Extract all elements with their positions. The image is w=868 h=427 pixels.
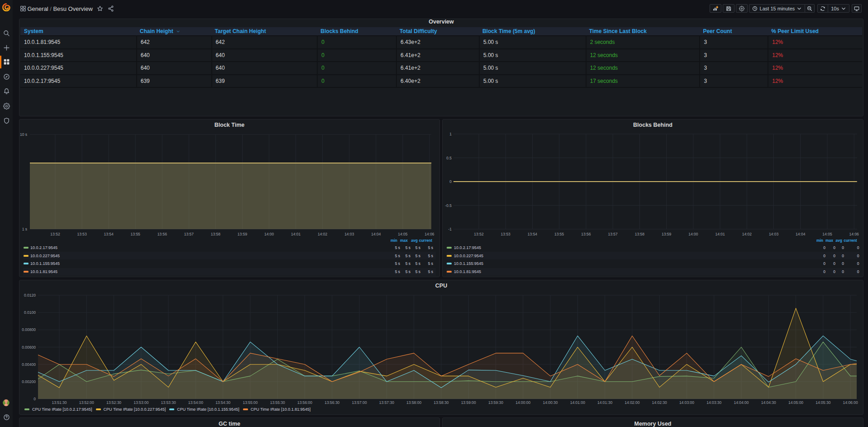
legend-row: 10.0.2.17:95450000 [446, 244, 859, 252]
table-header-chain-height[interactable]: Chain Height [136, 27, 211, 35]
panel-block-time: Block Time 10 s1 s13:5213:5313:5413:5513… [19, 119, 440, 277]
svg-text:14:00:00: 14:00:00 [515, 400, 530, 405]
sidebar-item-alerting[interactable] [0, 85, 13, 98]
legend-series-label[interactable]: 10.0.0.227:9545 [30, 254, 60, 258]
avatar[interactable] [3, 399, 10, 406]
svg-text:13:57:30: 13:57:30 [379, 400, 394, 405]
refresh-interval-picker[interactable]: 10s [828, 4, 849, 13]
panel-title-memory-used[interactable]: Memory Used [443, 421, 863, 427]
table-row: 10.0.0.227:954564064006.41e+25.00 s12 se… [20, 62, 862, 75]
legend-series-swatch [24, 408, 29, 410]
dashboard-settings-button[interactable] [736, 4, 748, 13]
legend-series-label[interactable]: 10.0.2.17:9545 [30, 245, 57, 250]
save-dashboard-button[interactable] [723, 4, 734, 13]
zoom-out-button[interactable] [805, 4, 815, 13]
legend-series-swatch [447, 247, 452, 249]
table-cell: 10.0.1.81:9545 [20, 36, 136, 48]
table-cell: 12 seconds [586, 62, 700, 74]
sidebar-item-search[interactable] [0, 26, 13, 40]
legend-header-current[interactable]: current [830, 238, 857, 243]
legend-item[interactable]: CPU Time IRate [10.0.1.81:9545] [243, 407, 311, 412]
grafana-logo[interactable] [2, 3, 10, 11]
panel-overview: Overview SystemChain HeightTarget Chain … [19, 19, 863, 116]
table-cell: 3 [699, 49, 768, 62]
legend-row: 10.0.1.81:95450000 [446, 268, 859, 276]
bell-icon [3, 88, 10, 95]
svg-text:0.00400: 0.00400 [22, 362, 36, 367]
gear-icon [739, 6, 744, 11]
svg-text:13:55:00: 13:55:00 [243, 400, 258, 405]
sidebar-item-explore[interactable] [0, 70, 13, 83]
search-icon [3, 30, 10, 37]
breadcrumb: General / Besu Overview [20, 0, 114, 17]
legend-value-current: 0 [832, 261, 859, 266]
legend-row: 10.0.2.17:95455 s5 s5 s5 s [23, 244, 436, 252]
table-header--peer-limit-used[interactable]: % Peer Limit Used [768, 27, 862, 35]
add-panel-button[interactable] [710, 4, 721, 13]
table-cell: 3 [699, 75, 768, 87]
breadcrumb-title[interactable]: Besu Overview [53, 5, 92, 12]
svg-text:14:04:00: 14:04:00 [734, 400, 749, 405]
legend-series-label[interactable]: 10.0.0.227:9545 [454, 254, 483, 258]
legend-series-label[interactable]: 10.0.1.81:9545 [30, 269, 57, 274]
svg-text:14:04:30: 14:04:30 [761, 400, 776, 405]
svg-text:14:01:00: 14:01:00 [570, 400, 585, 405]
table-cell: 6.43e+2 [396, 36, 479, 48]
sidebar-item-dashboards[interactable] [0, 55, 13, 69]
chevron-down-icon [841, 6, 846, 11]
sidebar [0, 0, 13, 427]
svg-text:14:01:30: 14:01:30 [597, 400, 612, 405]
legend-series-label[interactable]: 10.0.1.155:9545 [454, 261, 483, 266]
legend-series-label[interactable]: 10.0.1.81:9545 [454, 269, 481, 274]
table-cell: 3 [699, 36, 768, 48]
table-header-row: SystemChain HeightTarget Chain HeightBlo… [20, 27, 862, 35]
table-header-time-since-last-block[interactable]: Time Since Last Block [586, 27, 700, 35]
table-cell: 17 seconds [586, 75, 700, 87]
legend-header-current[interactable]: current [405, 238, 432, 243]
table-cell: 0 [317, 36, 396, 48]
refresh-button[interactable] [817, 4, 828, 13]
legend-item[interactable]: CPU Time IRate [10.0.0.227:9545] [96, 407, 166, 412]
table-cell: 12% [768, 36, 862, 48]
table-header-block-time-5m-avg-[interactable]: Block Time (5m avg) [479, 27, 586, 35]
legend-series-label[interactable]: 10.0.1.155:9545 [30, 261, 60, 266]
cycle-view-mode-button[interactable] [852, 4, 862, 13]
svg-text:13:52:00: 13:52:00 [79, 400, 94, 405]
cpu-chart[interactable]: 00.002000.004000.006000.008000.01000.012… [19, 280, 863, 407]
svg-text:0.0120: 0.0120 [24, 293, 36, 297]
legend-series-swatch [243, 408, 248, 410]
legend-series-label[interactable]: 10.0.2.17:9545 [454, 245, 481, 250]
legend-series-label: CPU Time IRate [10.0.1.81:9545] [251, 407, 311, 412]
svg-text:13:56:30: 13:56:30 [324, 400, 339, 405]
svg-text:13:54:00: 13:54:00 [188, 400, 203, 405]
svg-text:13:53:00: 13:53:00 [134, 400, 148, 405]
legend-series-label: CPU Time IRate [10.0.2.17:9545] [32, 407, 92, 412]
table-cell: 12% [768, 62, 862, 74]
table-header-system[interactable]: System [20, 27, 136, 35]
panel-gc-time: GC time [19, 417, 440, 427]
panel-blocks-behind: Blocks Behind 10.50-0.5-113:5213:5313:54… [442, 119, 863, 277]
sidebar-item-help[interactable] [0, 410, 13, 424]
table-cell: 2 seconds [586, 36, 700, 48]
legend-series-swatch [24, 255, 29, 257]
table-header-peer-count[interactable]: Peer Count [699, 27, 768, 35]
legend-series-swatch [96, 408, 101, 410]
table-cell: 5.00 s [479, 36, 586, 48]
time-range-picker[interactable]: Last 15 minutes [749, 4, 806, 13]
legend-item[interactable]: CPU Time IRate [10.0.1.155:9545] [169, 407, 239, 412]
legend-series-swatch [24, 271, 29, 273]
share-icon[interactable] [108, 5, 114, 12]
panel-title-overview[interactable]: Overview [19, 19, 863, 25]
star-icon[interactable] [97, 5, 103, 12]
table-header-target-chain-height[interactable]: Target Chain Height [211, 27, 317, 35]
breadcrumb-folder[interactable]: General [28, 5, 48, 12]
svg-text:14:05:00: 14:05:00 [788, 400, 803, 405]
legend-item[interactable]: CPU Time IRate [10.0.2.17:9545] [24, 407, 92, 412]
svg-text:13:58:30: 13:58:30 [434, 400, 448, 405]
panel-title-gc-time[interactable]: GC time [19, 421, 439, 427]
table-header-total-difficulty[interactable]: Total Difficulty [396, 27, 479, 35]
sidebar-item-configuration[interactable] [0, 99, 13, 113]
table-header-blocks-behind[interactable]: Blocks Behind [317, 27, 396, 35]
sidebar-item-server-admin[interactable] [0, 114, 13, 128]
sidebar-item-create[interactable] [0, 41, 13, 54]
